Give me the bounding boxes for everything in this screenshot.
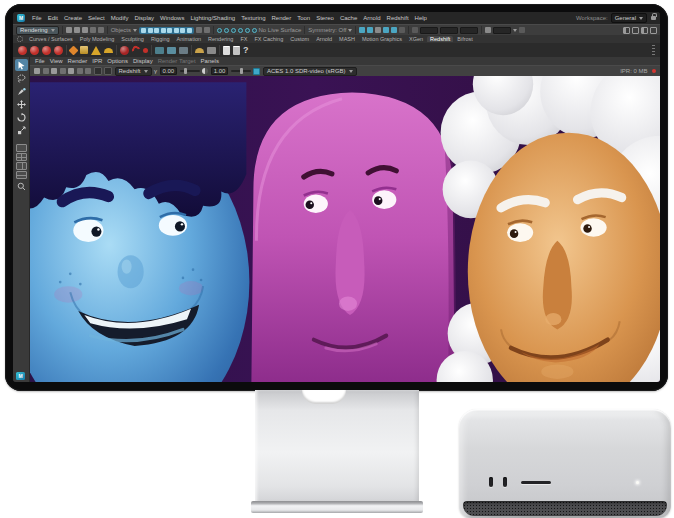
coordinate-field-x[interactable] xyxy=(420,27,438,34)
lasso-select-tool[interactable] xyxy=(15,72,28,84)
shelf-tab[interactable]: Sculpting xyxy=(118,36,147,42)
selection-mode-dropdown[interactable]: Objects xyxy=(111,27,131,33)
snap-to-view-planes-icon[interactable] xyxy=(245,28,250,33)
menu-item[interactable]: Create xyxy=(61,15,85,21)
move-tool[interactable] xyxy=(15,98,28,110)
open-image-icon[interactable] xyxy=(34,68,40,74)
redshift-dome-light-icon[interactable] xyxy=(91,46,101,55)
redshift-portal-light-icon[interactable] xyxy=(80,46,88,54)
redshift-matte-sphere-icon[interactable] xyxy=(42,46,51,55)
render-view-menu-item[interactable]: Display xyxy=(133,58,153,64)
menu-item[interactable]: Cache xyxy=(337,15,360,21)
render-view-menu-item[interactable]: Render xyxy=(68,58,88,64)
redshift-render-view-doc-icon[interactable] xyxy=(223,46,230,55)
redshift-help-icon[interactable]: ? xyxy=(243,46,249,55)
lock-selection-icon[interactable] xyxy=(196,27,202,33)
zoom-layout-tool[interactable] xyxy=(15,180,28,192)
menu-item[interactable]: Edit xyxy=(45,15,61,21)
menu-item[interactable]: Texturing xyxy=(238,15,268,21)
redshift-sprite-sphere-icon[interactable] xyxy=(54,46,63,55)
menu-item[interactable]: Render xyxy=(269,15,295,21)
mask-curves-icon[interactable] xyxy=(154,28,159,33)
renderer-dropdown[interactable]: Redshift xyxy=(115,67,152,76)
undo-icon[interactable] xyxy=(90,27,96,33)
coordinate-field-z[interactable] xyxy=(460,27,478,34)
redshift-incandescent-sphere-icon[interactable] xyxy=(30,46,39,55)
paint-select-tool[interactable] xyxy=(15,85,28,97)
menu-item[interactable]: Help xyxy=(412,15,430,21)
mask-misc-icon[interactable] xyxy=(187,28,192,33)
redshift-settings-doc-icon[interactable] xyxy=(233,46,240,55)
hypershade-icon[interactable] xyxy=(383,27,389,33)
render-viewport[interactable] xyxy=(30,76,660,382)
redshift-hair-curve-icon[interactable] xyxy=(131,45,142,56)
shelf-tab[interactable]: Custom xyxy=(287,36,312,42)
remove-image-icon[interactable] xyxy=(68,68,74,74)
alpha-channel-icon[interactable] xyxy=(85,68,91,74)
color-managed-icon[interactable] xyxy=(253,68,260,75)
gamma-value-field[interactable]: 0.00 xyxy=(160,67,178,75)
menu-item[interactable]: Windows xyxy=(157,15,187,21)
new-scene-icon[interactable] xyxy=(66,27,72,33)
shelf-tab[interactable]: Arnold xyxy=(313,36,335,42)
select-by-name-field[interactable] xyxy=(493,27,511,34)
modeling-toolkit-toggle-icon[interactable] xyxy=(623,27,630,34)
redshift-physical-light-icon[interactable] xyxy=(69,45,79,55)
shelf-tab[interactable]: Bifrost xyxy=(454,36,476,42)
menu-item[interactable]: Toon xyxy=(294,15,313,21)
redshift-aov-icon[interactable] xyxy=(179,47,188,54)
render-current-frame-icon[interactable] xyxy=(359,27,365,33)
snap-to-curves-icon[interactable] xyxy=(224,28,229,33)
menu-item[interactable]: Display xyxy=(131,15,157,21)
menu-item[interactable]: Stereo xyxy=(313,15,337,21)
snap-to-projected-center-icon[interactable] xyxy=(238,28,243,33)
gamma-slider[interactable] xyxy=(180,70,200,72)
shelf-tab[interactable]: XGen xyxy=(406,36,426,42)
workspace-dropdown[interactable]: General xyxy=(611,13,647,23)
region-render-icon[interactable] xyxy=(94,67,102,75)
four-pane-layout-button[interactable] xyxy=(16,153,27,161)
rotate-tool[interactable] xyxy=(15,111,28,123)
highlight-selection-icon[interactable] xyxy=(204,27,210,33)
keep-image-icon[interactable] xyxy=(60,68,66,74)
menu-item[interactable]: Redshift xyxy=(384,15,412,21)
snapshot-icon[interactable] xyxy=(51,68,57,74)
snap-to-grids-icon[interactable] xyxy=(217,28,222,33)
shelf-overflow-handle[interactable] xyxy=(652,45,655,55)
shelf-tab[interactable]: Rigging xyxy=(148,36,173,42)
shelf-tab[interactable]: Animation xyxy=(174,36,204,42)
shelf-tab[interactable]: Poly Modeling xyxy=(77,36,118,42)
shelf-menu-icon[interactable] xyxy=(17,36,23,42)
render-view-menu-item[interactable]: Panels xyxy=(201,58,219,64)
coordinate-field-y[interactable] xyxy=(440,27,458,34)
attribute-editor-toggle-icon[interactable] xyxy=(632,27,639,34)
mask-joints-icon[interactable] xyxy=(148,28,153,33)
redshift-ies-light-icon[interactable] xyxy=(104,48,113,53)
make-live-icon[interactable] xyxy=(252,28,257,33)
shelf-tab[interactable]: Redshift xyxy=(427,36,453,42)
redshift-environment-icon[interactable] xyxy=(167,47,176,54)
scale-tool[interactable] xyxy=(15,124,28,136)
shelf-tab[interactable]: Motion Graphics xyxy=(359,36,405,42)
symmetry-dropdown[interactable]: Symmetry: Off xyxy=(308,27,346,33)
split-horizontal-layout-button[interactable] xyxy=(16,171,27,179)
exposure-value-field[interactable]: 1.00 xyxy=(211,67,229,75)
select-tool[interactable] xyxy=(15,59,28,71)
channel-box-toggle-icon[interactable] xyxy=(650,27,657,34)
single-pane-layout-button[interactable] xyxy=(16,144,27,152)
render-view-menu-item[interactable]: Options xyxy=(107,58,128,64)
mask-handles-icon[interactable] xyxy=(141,28,146,33)
colorspace-dropdown[interactable]: ACES 1.0 SDR-video (sRGB) xyxy=(263,67,357,76)
render-settings-icon[interactable] xyxy=(375,27,381,33)
input-line-mode-icon[interactable] xyxy=(412,27,418,33)
render-view-menu-item[interactable]: File xyxy=(35,58,45,64)
redshift-proxy-icon[interactable] xyxy=(120,46,129,55)
redshift-particle-icon[interactable] xyxy=(143,48,148,53)
shelf-tab[interactable]: FX xyxy=(237,36,250,42)
render-view-icon[interactable] xyxy=(391,27,397,33)
open-scene-icon[interactable] xyxy=(74,27,80,33)
select-by-name-icon[interactable] xyxy=(485,27,491,33)
exposure-slider[interactable] xyxy=(231,70,251,72)
redo-icon[interactable] xyxy=(98,27,104,33)
redshift-bake-icon[interactable] xyxy=(195,48,204,53)
